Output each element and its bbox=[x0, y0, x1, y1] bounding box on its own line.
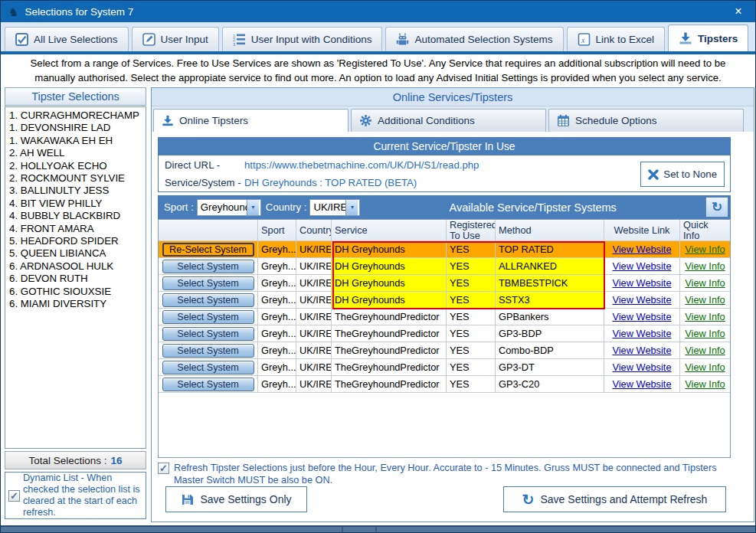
country-select[interactable]: UK/IRE ▼ bbox=[309, 199, 360, 216]
close-button[interactable]: × bbox=[722, 1, 755, 22]
tab-label: User Input bbox=[161, 34, 208, 45]
method-cell: GP3-BDP bbox=[496, 325, 604, 342]
set-to-none-button[interactable]: Set to None bbox=[640, 162, 725, 187]
list-item[interactable]: 6. DEVON RUTH bbox=[9, 273, 142, 285]
service-cell: TheGreyhoundPredictor bbox=[332, 376, 447, 393]
country-cell: UK/IRE bbox=[296, 292, 332, 309]
view-info-link[interactable]: View Info bbox=[685, 361, 725, 373]
view-website-link[interactable]: View Website bbox=[612, 260, 671, 272]
view-info-link[interactable]: View Info bbox=[685, 345, 725, 356]
list-item[interactable]: 6. MIAMI DIVERSITY bbox=[9, 298, 142, 310]
titlebar: ♞ Selections for System 7 × bbox=[1, 1, 755, 22]
select-system-button[interactable]: Select System bbox=[162, 310, 254, 324]
chevron-down-icon[interactable]: ▼ bbox=[345, 200, 358, 215]
view-website-link[interactable]: View Website bbox=[612, 244, 671, 255]
registered-cell: YES bbox=[447, 342, 496, 359]
tab-schedule-options[interactable]: Schedule Options bbox=[548, 109, 744, 132]
list-item[interactable]: 2. AH WELL bbox=[9, 147, 142, 159]
view-website-link[interactable]: View Website bbox=[612, 378, 671, 390]
tab-all-live-selections[interactable]: All Live Selections bbox=[5, 27, 129, 51]
view-website-link[interactable]: View Website bbox=[612, 345, 671, 356]
excel-icon: x bbox=[578, 33, 591, 46]
method-cell: SSTX3 bbox=[496, 292, 604, 309]
list-item[interactable]: 2. ROCKMOUNT SYLVIE bbox=[9, 172, 142, 185]
registered-cell: YES bbox=[447, 309, 496, 325]
save-settings-and-attempt-refresh-button[interactable]: ↻ Save Settings and Attempt Refresh bbox=[503, 486, 726, 512]
list-item[interactable]: 4. FRONT AMARA bbox=[9, 223, 142, 235]
tab-user-input-with-conditions[interactable]: 123 User Input with Conditions bbox=[222, 27, 383, 51]
table-row: Select System Greyh... UK/IRE TheGreyhou… bbox=[159, 376, 730, 393]
tab-online-tipsters[interactable]: Online Tipsters bbox=[153, 109, 349, 132]
list-item[interactable]: 1. WAKAWAKA EH EH bbox=[9, 135, 142, 147]
dynamic-list-note: Dynamic List - When checked the selectio… bbox=[23, 473, 142, 518]
list-item[interactable]: 5. QUEEN LIBIANCA bbox=[9, 247, 142, 260]
view-info-link[interactable]: View Info bbox=[685, 311, 725, 322]
pencil-icon bbox=[142, 33, 155, 46]
total-selections-label: Total Selections : bbox=[28, 455, 106, 466]
registered-cell: YES bbox=[447, 359, 496, 376]
method-cell: Combo-BDP bbox=[496, 342, 604, 359]
view-info-link[interactable]: View Info bbox=[685, 277, 725, 289]
view-info-link[interactable]: View Info bbox=[685, 328, 725, 339]
save-settings-and-attempt-refresh-label: Save Settings and Attempt Refresh bbox=[541, 493, 708, 505]
view-website-link[interactable]: View Website bbox=[612, 311, 671, 322]
tab-label: Online Tipsters bbox=[179, 115, 248, 126]
save-settings-only-button[interactable]: Save Settings Only bbox=[165, 486, 307, 512]
list-item[interactable]: 1. DEVONSHIRE LAD bbox=[9, 122, 142, 134]
list-item[interactable]: 1. CURRAGHMORECHAMP bbox=[9, 110, 142, 122]
tab-link-to-excel[interactable]: x Link to Excel bbox=[567, 27, 666, 51]
save-settings-only-label: Save Settings Only bbox=[200, 493, 291, 505]
refresh-list-button[interactable]: ↻ bbox=[705, 197, 728, 217]
list-item[interactable]: 6. GOTHIC SIOUXSIE bbox=[9, 286, 142, 298]
re-select-system-button[interactable]: Re-Select System bbox=[162, 243, 254, 257]
calendar-icon bbox=[557, 114, 570, 127]
list-item[interactable]: 4. BIT VIEW PHILLY bbox=[9, 198, 142, 210]
refresh-icon: ↻ bbox=[522, 492, 535, 507]
sport-value: Greyhound bbox=[198, 201, 247, 213]
select-system-button[interactable]: Select System bbox=[162, 327, 254, 341]
list-item[interactable]: 3. BALLINULTY JESS bbox=[9, 185, 142, 197]
list-item[interactable]: 5. HEADFORD SPIDER bbox=[9, 235, 142, 247]
tab-user-input[interactable]: User Input bbox=[132, 27, 219, 51]
tipster-selections-list[interactable]: 1. CURRAGHMORECHAMP 1. DEVONSHIRE LAD 1.… bbox=[5, 106, 146, 449]
refresh-checkbox[interactable]: ✓ bbox=[158, 463, 169, 474]
chevron-down-icon[interactable]: ▼ bbox=[247, 200, 259, 215]
tab-automated-selection-systems[interactable]: Automated Selection Systems bbox=[385, 27, 563, 51]
tab-label: All Live Selections bbox=[34, 34, 118, 45]
view-website-link[interactable]: View Website bbox=[612, 294, 671, 306]
list-item[interactable]: 2. HOLLYOAK ECHO bbox=[9, 160, 142, 172]
select-system-button[interactable]: Select System bbox=[162, 293, 254, 307]
checkbox-icon bbox=[15, 33, 28, 46]
sport-cell: Greyh... bbox=[258, 241, 296, 258]
sport-label: Sport : bbox=[164, 201, 194, 213]
view-info-link[interactable]: View Info bbox=[685, 244, 725, 255]
sport-select[interactable]: Greyhound ▼ bbox=[197, 199, 261, 216]
save-buttons-row: Save Settings Only ↻ Save Settings and A… bbox=[152, 486, 754, 514]
method-cell: GPBankers bbox=[496, 309, 604, 325]
select-system-button[interactable]: Select System bbox=[162, 260, 254, 273]
view-info-link[interactable]: View Info bbox=[685, 378, 725, 390]
window-title: Selections for System 7 bbox=[25, 6, 133, 18]
select-system-button[interactable]: Select System bbox=[162, 276, 254, 290]
direct-url-value[interactable]: https://www.thebetmachine.com/UK/DH/S1/r… bbox=[244, 159, 479, 171]
refresh-note-row: ✓ Refresh Tipster Selections just before… bbox=[158, 463, 731, 487]
view-website-link[interactable]: View Website bbox=[612, 328, 671, 339]
sport-cell: Greyh... bbox=[258, 258, 296, 275]
table-row: Select System Greyh... UK/IRE DH Greyhou… bbox=[159, 292, 730, 309]
current-service-box: Current Service/Tipster In Use Direct UR… bbox=[158, 137, 731, 192]
tab-label: Link to Excel bbox=[596, 34, 655, 45]
select-system-button[interactable]: Select System bbox=[162, 344, 254, 358]
view-info-link[interactable]: View Info bbox=[685, 260, 725, 272]
view-info-link[interactable]: View Info bbox=[685, 294, 725, 306]
tab-tipsters[interactable]: Tipsters bbox=[668, 25, 748, 51]
x-icon bbox=[648, 169, 659, 180]
dynamic-list-checkbox[interactable]: ✓ bbox=[8, 490, 20, 502]
list-item[interactable]: 4. BUBBLY BLACKBIRD bbox=[9, 210, 142, 222]
list-item[interactable]: 6. ARDNASOOL HULK bbox=[9, 260, 142, 273]
select-system-button[interactable]: Select System bbox=[162, 378, 254, 391]
tab-additional-conditions[interactable]: Additional Conditions bbox=[351, 109, 546, 132]
view-website-link[interactable]: View Website bbox=[612, 361, 671, 373]
select-system-button[interactable]: Select System bbox=[162, 361, 254, 374]
view-website-link[interactable]: View Website bbox=[612, 277, 671, 289]
service-cell: TheGreyhoundPredictor bbox=[332, 309, 447, 325]
